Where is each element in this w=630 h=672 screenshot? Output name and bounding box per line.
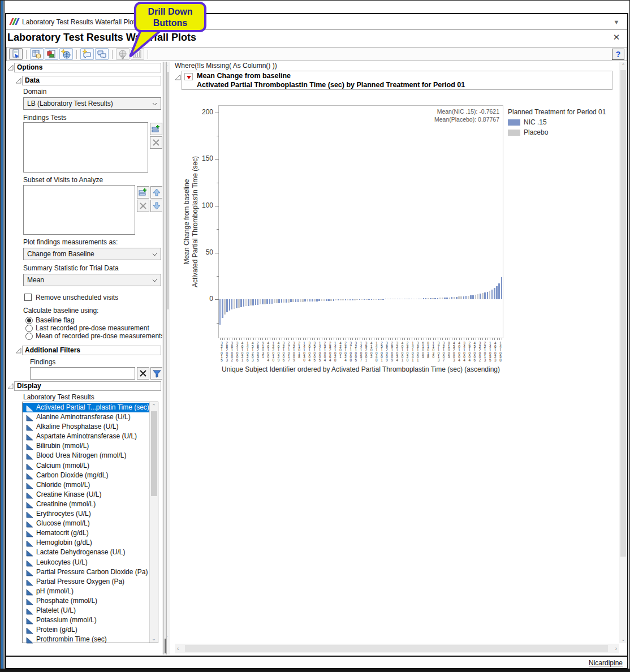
waterfall-bar[interactable] (318, 299, 320, 301)
data-header[interactable]: Data (22, 76, 161, 85)
waterfall-bar[interactable] (402, 299, 403, 299)
waterfall-bar[interactable] (487, 292, 489, 299)
waterfall-bar[interactable] (489, 291, 491, 299)
report-hscrollbar[interactable]: ‹ › (175, 644, 619, 653)
test-list-item[interactable]: Lactate Dehydrogenase (U/L) (23, 548, 149, 557)
scroll-thumb[interactable] (151, 411, 157, 496)
waterfall-bar[interactable] (418, 299, 420, 299)
test-list-item[interactable]: Hemoglobin (g/dL) (23, 538, 149, 548)
display-header[interactable]: Display (14, 381, 161, 391)
waterfall-bar[interactable] (373, 299, 375, 300)
window-tab[interactable]: Laboratory Test Results Waterfall Plots (22, 18, 139, 26)
test-list-item[interactable]: Creatine Kinase (U/L) (23, 490, 149, 499)
waterfall-bar[interactable] (252, 299, 254, 305)
waterfall-bar[interactable] (413, 299, 415, 299)
additional-filters-disclosure-icon[interactable] (15, 347, 21, 354)
waterfall-bar[interactable] (498, 283, 500, 299)
waterfall-bar[interactable] (288, 299, 290, 303)
waterfall-bar[interactable] (406, 299, 408, 299)
findings-tests-listbox[interactable] (23, 122, 148, 173)
waterfall-bar[interactable] (359, 299, 361, 300)
waterfall-bar[interactable] (394, 299, 396, 299)
waterfall-bar[interactable] (480, 294, 481, 299)
test-list-item[interactable]: Alanine Aminotransferase (U/L) (23, 412, 149, 422)
waterfall-bar[interactable] (428, 298, 429, 299)
test-list-item[interactable]: Creatinine (mmol/L) (23, 499, 149, 509)
move-up-button[interactable] (150, 186, 163, 199)
data-table-icon[interactable] (30, 48, 44, 60)
remove-tests-button[interactable] (150, 136, 162, 149)
waterfall-bar[interactable] (297, 299, 299, 302)
test-list-item[interactable]: Protein (g/dL) (23, 625, 149, 635)
waterfall-bar[interactable] (274, 299, 275, 303)
radio-mean-predose[interactable] (25, 333, 33, 340)
test-list-item[interactable]: Partial Pressure Carbon Dioxide (Pa) (23, 567, 149, 577)
waterfall-bar[interactable] (238, 299, 240, 307)
test-list-item[interactable]: Activated Partial T...plastin Time (sec) (23, 403, 149, 412)
test-list-item[interactable]: Bilirubin (mmol/L) (23, 441, 149, 451)
filter-funnel-button[interactable] (150, 367, 163, 380)
waterfall-bar[interactable] (376, 299, 377, 300)
test-list-item[interactable]: Carbon Dioxide (mg/dL) (23, 471, 149, 480)
waterfall-bar[interactable] (281, 299, 283, 303)
waterfall-bar[interactable] (300, 299, 301, 301)
section-disclosure-icon[interactable] (175, 74, 181, 80)
waterfall-bar[interactable] (468, 296, 469, 299)
waterfall-bar[interactable] (330, 299, 332, 300)
waterfall-bar[interactable] (496, 286, 498, 299)
waterfall-bar[interactable] (484, 292, 486, 299)
lab-tests-listbox[interactable]: Activated Partial T...plastin Time (sec)… (22, 402, 158, 643)
waterfall-bar[interactable] (356, 299, 358, 300)
red-triangle-menu-icon[interactable] (184, 73, 193, 80)
waterfall-bar[interactable] (392, 299, 394, 299)
waterfall-bar[interactable] (236, 299, 238, 308)
new-note-icon[interactable] (80, 48, 94, 60)
waterfall-bar[interactable] (458, 296, 460, 299)
waterfall-bar[interactable] (271, 299, 273, 304)
test-list-item[interactable]: Chloride (mmol/L) (23, 480, 149, 490)
test-list-item[interactable]: Glucose (mmol/L) (23, 519, 149, 528)
test-list-item[interactable]: pH (mmol/L) (23, 587, 149, 596)
waterfall-bar[interactable] (352, 299, 353, 300)
waterfall-bar[interactable] (255, 299, 257, 305)
waterfall-bar[interactable] (463, 296, 465, 299)
waterfall-bar[interactable] (470, 295, 472, 299)
waterfall-bar[interactable] (290, 299, 292, 302)
scroll-left-icon[interactable]: ‹ (177, 645, 179, 652)
presentation-icon[interactable] (95, 48, 109, 60)
subset-visits-listbox[interactable] (23, 185, 135, 235)
findings-filter-input[interactable] (30, 367, 135, 380)
scroll-up-icon[interactable]: ⌃ (619, 63, 627, 68)
waterfall-bar[interactable] (477, 294, 479, 299)
waterfall-bar[interactable] (430, 298, 431, 299)
splitter-grip[interactable] (165, 639, 166, 653)
data-disclosure-icon[interactable] (15, 77, 21, 84)
add-tests-button[interactable] (150, 123, 162, 135)
waterfall-bar[interactable] (226, 299, 228, 312)
waterfall-bar[interactable] (465, 296, 467, 299)
waterfall-bar[interactable] (245, 299, 247, 306)
waterfall-bar[interactable] (416, 299, 417, 299)
waterfall-bar[interactable] (397, 299, 399, 299)
scroll-down-icon[interactable]: ⌄ (150, 636, 158, 641)
waterfall-bar[interactable] (446, 298, 448, 299)
waterfall-bar[interactable] (335, 299, 337, 300)
waterfall-bar[interactable] (494, 288, 495, 299)
waterfall-bar[interactable] (278, 299, 280, 303)
waterfall-bar[interactable] (482, 293, 484, 299)
options-disclosure-icon[interactable] (7, 64, 14, 71)
options-header[interactable]: Options (14, 63, 161, 72)
waterfall-bar[interactable] (260, 299, 261, 304)
waterfall-bar[interactable] (345, 299, 347, 300)
test-list-item[interactable]: Platelet (U/L) (23, 606, 149, 615)
waterfall-bar[interactable] (309, 299, 311, 301)
waterfall-bar[interactable] (456, 297, 458, 299)
display-disclosure-icon[interactable] (7, 383, 14, 389)
waterfall-bar[interactable] (371, 299, 373, 300)
waterfall-bar[interactable] (269, 299, 271, 304)
waterfall-bar[interactable] (411, 299, 413, 299)
waterfall-bar[interactable] (454, 297, 455, 299)
waterfall-bar[interactable] (385, 299, 387, 299)
lab-tests-scrollbar[interactable]: ⌃ ⌄ (149, 402, 158, 643)
waterfall-bar[interactable] (304, 299, 306, 301)
